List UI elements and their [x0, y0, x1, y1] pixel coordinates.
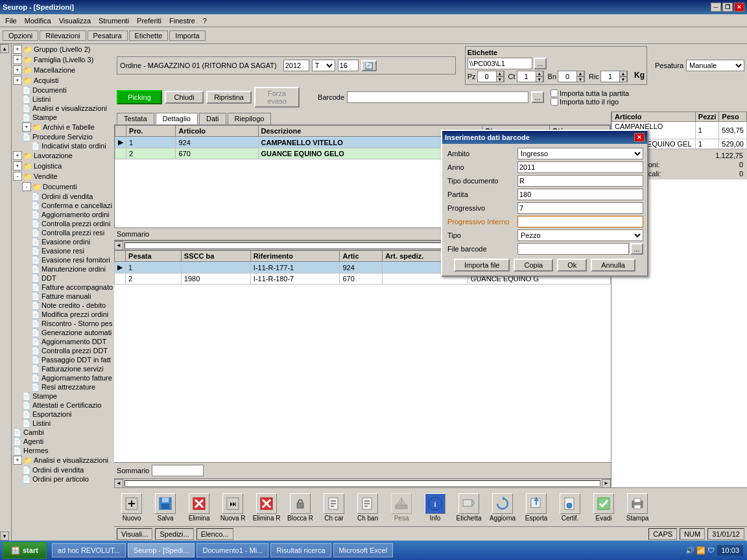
lower-horiz-scroll[interactable]: ◄ ►: [114, 478, 611, 487]
tool-certif[interactable]: Certif.: [555, 493, 585, 522]
expand-icon[interactable]: +: [13, 45, 22, 54]
sidebar-item-analisi2[interactable]: + 📁 Analisi e visualizzazioni: [12, 455, 114, 465]
sidebar-item-conferma[interactable]: 📄 Conferma e cancellazi: [12, 201, 114, 210]
start-button[interactable]: 🪟 start: [3, 542, 47, 559]
etichette-browse-btn[interactable]: ...: [534, 58, 547, 69]
bn-value[interactable]: [558, 71, 576, 82]
sidebar-item-listini2[interactable]: 📄 Listini: [12, 419, 114, 428]
sidebar-item-famiglia[interactable]: + 📁 Famiglia (Livello 3): [12, 54, 114, 65]
sidebar-scroll-up[interactable]: ▲: [0, 44, 9, 53]
tool-bloccar[interactable]: Blocca R: [285, 493, 315, 522]
lower-col-pesata[interactable]: Pesata: [126, 251, 182, 262]
tool-salva[interactable]: Salva: [150, 493, 180, 522]
sidebar-item-aggiornamento[interactable]: 📄 Aggiornamento ordini: [12, 210, 114, 219]
taskbar-item-doc[interactable]: Documento1 - Mi...: [196, 543, 268, 557]
toolbar-etichette[interactable]: Etichette: [129, 30, 169, 41]
lower-col-artic[interactable]: Artic: [340, 251, 383, 262]
sidebar-item-modifica-prezzi[interactable]: 📄 Modifica prezzi ordini: [12, 310, 114, 319]
sidebar-item-agg-ddt[interactable]: 📄 Aggiornamento DDT: [12, 337, 114, 346]
chiudi-button[interactable]: Chiudi: [165, 91, 204, 104]
sidebar-item-grupo[interactable]: + 📁 Gruppo (Livello 2): [12, 44, 114, 54]
menu-strumenti[interactable]: Strumenti: [95, 16, 133, 26]
tool-nuovar[interactable]: ⏭ Nuova R: [218, 493, 248, 522]
anno-input[interactable]: [517, 161, 643, 173]
restore-button[interactable]: ❐: [722, 3, 733, 12]
year-input[interactable]: [283, 60, 309, 71]
sidebar-item-generazione[interactable]: 📄 Generazione automati: [12, 328, 114, 337]
sidebar-item-stampe[interactable]: 📄 Stampe: [12, 113, 114, 122]
status-spedizi[interactable]: Spedizi...: [155, 528, 193, 540]
progressivo-interno-input[interactable]: [517, 216, 643, 228]
sidebar-item-fatture-acc[interactable]: 📄 Fatture accompagnato: [12, 283, 114, 292]
sidebar-item-ordini-v2[interactable]: 📄 Ordini di vendita: [12, 465, 114, 474]
sidebar-item-hermes[interactable]: 📄 Hermes: [12, 446, 114, 455]
ric-value[interactable]: [601, 71, 619, 82]
sidebar-item-cambi[interactable]: 📄 Cambi: [12, 428, 114, 437]
expand-icon[interactable]: +: [13, 456, 22, 465]
tool-stampa[interactable]: Stampa: [622, 493, 652, 522]
file-barcode-input[interactable]: [517, 243, 629, 255]
sidebar-item-contr-ddt[interactable]: 📄 Controlla prezzi DDT: [12, 346, 114, 355]
tab-riepilogo[interactable]: Riepilogo: [228, 113, 272, 124]
expand-icon[interactable]: +: [13, 76, 22, 85]
taskbar-item-risultati[interactable]: Risultati ricerca: [270, 543, 331, 557]
sidebar-item-agenti[interactable]: 📄 Agenti: [12, 437, 114, 446]
sidebar-item-documenti[interactable]: 📄 Documenti: [12, 86, 114, 95]
sidebar-item-fatt-serv[interactable]: 📄 Fatturazione servizi: [12, 364, 114, 373]
tool-chcar[interactable]: Ch car: [319, 493, 349, 522]
pz-spinner[interactable]: ▲ ▼: [477, 71, 504, 82]
tool-chban[interactable]: Ch ban: [353, 493, 383, 522]
tipo-select[interactable]: Pezzo Cartone Bancale: [517, 229, 643, 241]
expand-icon[interactable]: -: [22, 182, 31, 191]
pz-up[interactable]: ▲: [496, 71, 504, 76]
status-elenco[interactable]: Elenco...: [196, 528, 233, 540]
sidebar-item-macellazione[interactable]: + 📁 Macellazione: [12, 65, 114, 75]
ct-value[interactable]: [517, 71, 536, 82]
scroll-left[interactable]: ◄: [114, 241, 123, 250]
tool-pesa[interactable]: Pesa: [386, 493, 416, 522]
sidebar-item-indicativi[interactable]: 📄 Indicativi stato ordini: [12, 141, 114, 150]
ric-spinner[interactable]: ▲ ▼: [600, 71, 628, 82]
expand-icon[interactable]: -: [13, 172, 22, 181]
sidebar-item-lavorazione[interactable]: + 📁 Lavorazione: [12, 150, 114, 161]
forza-evaso-button[interactable]: Forza evaso: [254, 87, 300, 108]
bn-down[interactable]: ▼: [576, 76, 584, 82]
barcode-browse-btn[interactable]: ...: [531, 91, 544, 103]
toolbar-importa[interactable]: Importa: [169, 30, 205, 41]
sidebar-scroll-down[interactable]: ▼: [0, 531, 9, 541]
toolbar-pesatura[interactable]: Pesatura: [88, 30, 128, 41]
lower-col-riferimento[interactable]: Riferimento: [250, 251, 340, 262]
ripristina-button[interactable]: Ripristina: [206, 91, 252, 104]
sidebar-item-evasione-ordini[interactable]: 📄 Evasione ordini: [12, 237, 114, 246]
sidebar-item-manutenzione[interactable]: 📄 Manutenzione ordini: [12, 264, 114, 274]
lower-scroll-left[interactable]: ◄: [114, 479, 123, 488]
tab-dettaglio[interactable]: Dettaglio: [156, 113, 198, 124]
menu-help[interactable]: ?: [199, 16, 211, 26]
sidebar-item-archivi[interactable]: + 📁 Archivi e Tabelle: [12, 122, 114, 132]
toolbar-rilevazioni[interactable]: Rilevazioni: [40, 30, 86, 41]
lower-col-sscc[interactable]: SSCC ba: [181, 251, 250, 262]
importa-file-button[interactable]: Importa file: [454, 259, 510, 272]
ric-up[interactable]: ▲: [619, 71, 627, 76]
col-header-articolo[interactable]: Articolo: [176, 126, 258, 137]
sidebar-item-fatture-man[interactable]: 📄 Fatture manuali: [12, 292, 114, 301]
expand-icon[interactable]: +: [13, 65, 22, 75]
ric-down[interactable]: ▼: [619, 76, 627, 82]
taskbar-item-adhoc[interactable]: ad hoc REVOLUT...: [52, 543, 126, 557]
file-barcode-browse[interactable]: ...: [630, 243, 643, 255]
etichette-input[interactable]: [468, 58, 532, 69]
col-header-pro[interactable]: Pro.: [126, 126, 176, 137]
bn-spinner[interactable]: ▲ ▼: [558, 71, 585, 82]
sidebar-item-listini[interactable]: 📄 Listini: [12, 95, 114, 104]
sidebar-item-ddt[interactable]: 📄 DDT: [12, 274, 114, 283]
menu-file[interactable]: File: [1, 16, 21, 26]
sidebar-item-vendite[interactable]: - 📁 Vendite: [12, 171, 114, 181]
pesatura-select[interactable]: Manuale: [686, 60, 744, 71]
ambito-select[interactable]: Ingresso Uscita: [517, 148, 643, 159]
expand-icon[interactable]: +: [13, 55, 22, 64]
status-visuali[interactable]: Visuali...: [117, 528, 152, 540]
ct-down[interactable]: ▼: [536, 76, 543, 82]
tab-testata[interactable]: Testata: [117, 113, 154, 124]
importa-rigo-check[interactable]: Importa tutto il rigo: [551, 98, 629, 106]
tool-nuovo[interactable]: Nuovo: [117, 493, 147, 522]
